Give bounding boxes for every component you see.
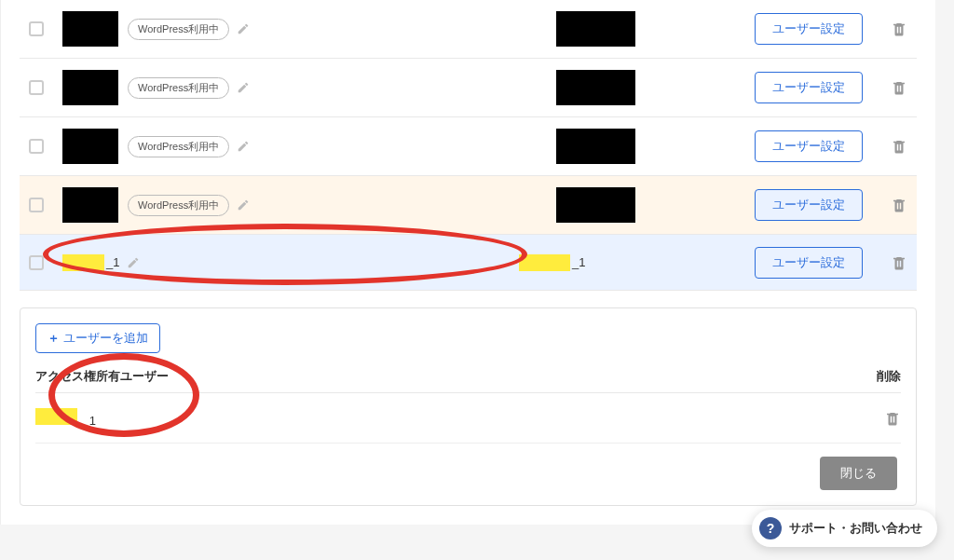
table-row: WordPress利用中 ユーザー設定 (20, 117, 917, 176)
add-user-label: ユーザーを追加 (63, 330, 148, 347)
user-detail-panel: ＋ ユーザーを追加 アクセス権所有ユーザー 削除 _1 閉じる (20, 307, 917, 506)
delete-header: 削除 (877, 368, 901, 385)
row-mid-col (388, 11, 745, 47)
table-row: WordPress利用中 ユーザー設定 (20, 176, 917, 235)
username-suffix: _1 (83, 414, 96, 428)
table-row-selected: _1 _1 ユーザー設定 (20, 235, 917, 291)
row-first-col: _1 (62, 254, 379, 271)
row-checkbox[interactable] (29, 21, 44, 36)
row-checkbox[interactable] (29, 80, 44, 95)
wordpress-badge: WordPress利用中 (128, 136, 229, 157)
edit-icon[interactable] (127, 256, 140, 269)
user-settings-button[interactable]: ユーザー設定 (755, 13, 863, 45)
access-users-header: アクセス権所有ユーザー (35, 368, 169, 385)
redacted-cell (62, 11, 118, 47)
redacted-cell (556, 11, 635, 47)
user-settings-button[interactable]: ユーザー設定 (755, 130, 863, 162)
user-settings-button[interactable]: ユーザー設定 (755, 72, 863, 103)
panel-header: アクセス権所有ユーザー 削除 (35, 368, 901, 393)
access-user-name: _1 (35, 408, 96, 428)
user-settings-button[interactable]: ユーザー設定 (755, 189, 863, 221)
redacted-cell (556, 129, 635, 164)
plus-icon: ＋ (48, 330, 60, 347)
highlighted-text (35, 408, 77, 425)
highlighted-text (519, 254, 570, 271)
redacted-cell (62, 129, 118, 164)
row-first-col: WordPress利用中 (62, 129, 379, 164)
row-first-col: WordPress利用中 (62, 187, 379, 223)
row-mid-col: _1 (388, 254, 745, 271)
wordpress-badge: WordPress利用中 (128, 195, 229, 216)
delete-icon[interactable] (891, 79, 907, 96)
username-suffix: _1 (572, 255, 585, 269)
row-checkbox[interactable] (29, 255, 44, 270)
edit-icon[interactable] (237, 22, 250, 35)
row-mid-col (388, 70, 745, 105)
delete-icon[interactable] (891, 197, 907, 213)
row-mid-col (388, 187, 745, 223)
row-first-col: WordPress利用中 (62, 11, 379, 47)
row-checkbox[interactable] (29, 139, 44, 154)
wordpress-badge: WordPress利用中 (128, 77, 229, 99)
redacted-cell (556, 187, 635, 223)
highlighted-text (62, 254, 104, 271)
support-widget[interactable]: ? サポート・お問い合わせ (752, 510, 937, 547)
wordpress-badge: WordPress利用中 (128, 19, 229, 40)
help-icon: ? (759, 517, 782, 540)
row-first-col: WordPress利用中 (62, 70, 379, 105)
row-checkbox[interactable] (29, 198, 44, 212)
redacted-cell (556, 70, 635, 105)
edit-icon[interactable] (237, 198, 250, 212)
username-suffix: _1 (106, 255, 119, 269)
redacted-cell (62, 70, 118, 105)
delete-icon[interactable] (891, 20, 907, 37)
add-user-button[interactable]: ＋ ユーザーを追加 (35, 323, 160, 353)
access-user-row: _1 (35, 393, 901, 444)
support-label: サポート・お問い合わせ (789, 520, 922, 537)
user-settings-button[interactable]: ユーザー設定 (755, 247, 863, 279)
delete-icon[interactable] (884, 410, 901, 427)
table-row: WordPress利用中 ユーザー設定 (20, 0, 917, 59)
close-button[interactable]: 閉じる (820, 457, 897, 490)
delete-icon[interactable] (891, 138, 907, 155)
delete-icon[interactable] (891, 254, 907, 271)
edit-icon[interactable] (237, 140, 250, 153)
row-mid-col (388, 129, 745, 164)
edit-icon[interactable] (237, 81, 250, 94)
table-row: WordPress利用中 ユーザー設定 (20, 59, 917, 117)
redacted-cell (62, 187, 118, 223)
